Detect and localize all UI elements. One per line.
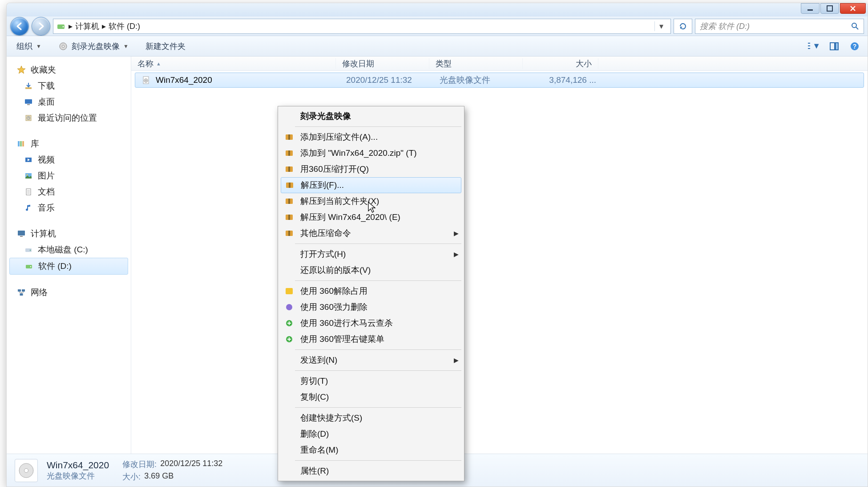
column-date[interactable]: 修改日期 bbox=[336, 58, 429, 69]
sidebar-network[interactable]: 网络 bbox=[7, 284, 131, 300]
context-menu-item[interactable]: 剪切(T) bbox=[279, 373, 463, 389]
preview-pane-button[interactable] bbox=[828, 40, 841, 53]
breadcrumb-folder[interactable]: 软件 (D:) bbox=[109, 21, 140, 32]
svg-point-9 bbox=[62, 45, 64, 47]
context-menu-item[interactable]: 重命名(M) bbox=[279, 442, 463, 458]
sidebar-computer[interactable]: 计算机 bbox=[7, 226, 131, 242]
burn-image-button[interactable]: 刻录光盘映像 ▼ bbox=[55, 39, 132, 53]
chevron-down-icon: ▼ bbox=[36, 43, 41, 49]
blank-icon bbox=[283, 466, 295, 476]
library-icon bbox=[16, 139, 26, 149]
submenu-arrow-icon: ▶ bbox=[454, 230, 459, 237]
context-menu-label: 创建快捷方式(S) bbox=[300, 412, 362, 424]
forward-button[interactable] bbox=[32, 17, 50, 36]
help-button[interactable]: ? bbox=[848, 40, 861, 53]
blank-icon bbox=[283, 392, 295, 402]
sidebar-item-drive-d[interactable]: 软件 (D:) bbox=[9, 258, 128, 275]
sidebar-favorites[interactable]: 收藏夹 bbox=[7, 62, 131, 78]
breadcrumb-sep: ▸ bbox=[102, 21, 106, 31]
context-menu-item[interactable]: 使用 360解除占用 bbox=[279, 283, 463, 299]
svg-point-6 bbox=[852, 23, 856, 28]
download-icon bbox=[24, 81, 33, 91]
breadcrumb-sep: ▸ bbox=[69, 21, 73, 31]
context-menu-label: 属性(R) bbox=[300, 465, 329, 477]
sidebar-libraries[interactable]: 库 bbox=[7, 136, 131, 152]
address-dropdown[interactable]: ▾ bbox=[654, 21, 668, 31]
organize-button[interactable]: 组织 ▼ bbox=[13, 39, 45, 53]
svg-rect-12 bbox=[808, 45, 810, 46]
svg-rect-25 bbox=[18, 141, 20, 146]
maximize-button[interactable] bbox=[820, 3, 839, 14]
context-menu-item[interactable]: 创建快捷方式(S) bbox=[279, 410, 463, 426]
context-menu-item[interactable]: 复制(C) bbox=[279, 389, 463, 405]
archive-icon bbox=[283, 148, 295, 158]
address-bar[interactable]: ▸ 计算机 ▸ 软件 (D:) ▾ bbox=[53, 19, 671, 34]
context-menu-item[interactable]: 打开方式(H)▶ bbox=[279, 246, 463, 262]
svg-rect-36 bbox=[18, 231, 25, 235]
sidebar-item-desktop[interactable]: 桌面 bbox=[7, 94, 131, 110]
svg-rect-61 bbox=[288, 215, 290, 220]
context-menu-item[interactable]: 添加到压缩文件(A)... bbox=[279, 129, 463, 145]
sort-asc-icon: ▲ bbox=[156, 61, 161, 66]
context-menu-item[interactable]: 属性(R) bbox=[279, 463, 463, 479]
context-menu-item[interactable]: 使用 360管理右键菜单 bbox=[279, 331, 463, 347]
view-options-button[interactable]: ▼ bbox=[807, 40, 820, 53]
svg-point-30 bbox=[26, 174, 28, 175]
sidebar-item-videos[interactable]: 视频 bbox=[7, 152, 131, 168]
context-menu-label: 使用 360解除占用 bbox=[300, 285, 367, 297]
sidebar-item-pictures[interactable]: 图片 bbox=[7, 168, 131, 184]
360g-icon bbox=[283, 334, 295, 344]
close-button[interactable] bbox=[840, 3, 866, 14]
sidebar-item-downloads[interactable]: 下载 bbox=[7, 78, 131, 94]
drive-icon bbox=[24, 245, 33, 255]
star-icon bbox=[16, 65, 26, 75]
context-menu-separator bbox=[295, 370, 461, 371]
network-icon bbox=[16, 288, 26, 297]
context-menu-item[interactable]: 刻录光盘映像 bbox=[279, 108, 463, 124]
context-menu-item[interactable]: 其他压缩命令▶ bbox=[279, 225, 463, 241]
context-menu-label: 删除(D) bbox=[300, 428, 329, 440]
svg-point-49 bbox=[24, 468, 28, 472]
refresh-button[interactable] bbox=[674, 19, 692, 34]
360y-icon bbox=[283, 286, 295, 296]
search-input[interactable]: 搜索 软件 (D:) bbox=[695, 19, 864, 34]
search-icon bbox=[851, 22, 859, 30]
minimize-button[interactable] bbox=[801, 3, 820, 14]
context-menu-item[interactable]: 使用 360强力删除 bbox=[279, 299, 463, 315]
new-folder-button[interactable]: 新建文件夹 bbox=[142, 39, 189, 53]
file-row[interactable]: Win7x64_2020 2020/12/25 11:32 光盘映像文件 3,8… bbox=[135, 73, 864, 88]
context-menu-separator bbox=[295, 460, 461, 461]
svg-rect-37 bbox=[20, 236, 23, 237]
svg-rect-14 bbox=[808, 48, 810, 49]
column-name[interactable]: 名称 ▲ bbox=[131, 58, 336, 69]
details-name: Win7x64_2020 bbox=[47, 460, 109, 471]
back-button[interactable] bbox=[10, 17, 29, 36]
context-menu-label: 使用 360强力删除 bbox=[300, 301, 367, 313]
sidebar-item-music[interactable]: 音乐 bbox=[7, 200, 131, 216]
submenu-arrow-icon: ▶ bbox=[454, 357, 459, 364]
new-folder-label: 新建文件夹 bbox=[145, 41, 186, 52]
svg-rect-22 bbox=[27, 104, 30, 105]
context-menu-item[interactable]: 解压到(F)... bbox=[281, 177, 461, 193]
file-type: 光盘映像文件 bbox=[433, 74, 527, 86]
sidebar-item-drive-c[interactable]: 本地磁盘 (C:) bbox=[7, 242, 131, 258]
svg-rect-44 bbox=[20, 293, 23, 296]
recent-icon bbox=[24, 113, 33, 123]
context-menu-item[interactable]: 发送到(N)▶ bbox=[279, 352, 463, 368]
video-icon bbox=[24, 155, 33, 165]
context-menu-item[interactable]: 添加到 "Win7x64_2020.zip" (T) bbox=[279, 145, 463, 161]
picture-icon bbox=[24, 171, 33, 181]
column-size[interactable]: 大小 bbox=[523, 58, 598, 69]
file-name: Win7x64_2020 bbox=[156, 75, 212, 85]
context-menu-item[interactable]: 删除(D) bbox=[279, 426, 463, 442]
sidebar-item-documents[interactable]: 文档 bbox=[7, 184, 131, 200]
blank-icon bbox=[283, 249, 295, 259]
context-menu-item[interactable]: 使用 360进行木马云查杀 bbox=[279, 315, 463, 331]
context-menu-item[interactable]: 还原以前的版本(V) bbox=[279, 262, 463, 278]
context-menu-item[interactable]: 用360压缩打开(Q) bbox=[279, 161, 463, 177]
sidebar-item-recent[interactable]: 最近访问的位置 bbox=[7, 110, 131, 126]
archive-icon bbox=[283, 132, 295, 142]
context-menu-label: 重命名(M) bbox=[300, 444, 338, 456]
column-type[interactable]: 类型 bbox=[429, 58, 523, 69]
breadcrumb-root[interactable]: 计算机 bbox=[75, 21, 99, 32]
